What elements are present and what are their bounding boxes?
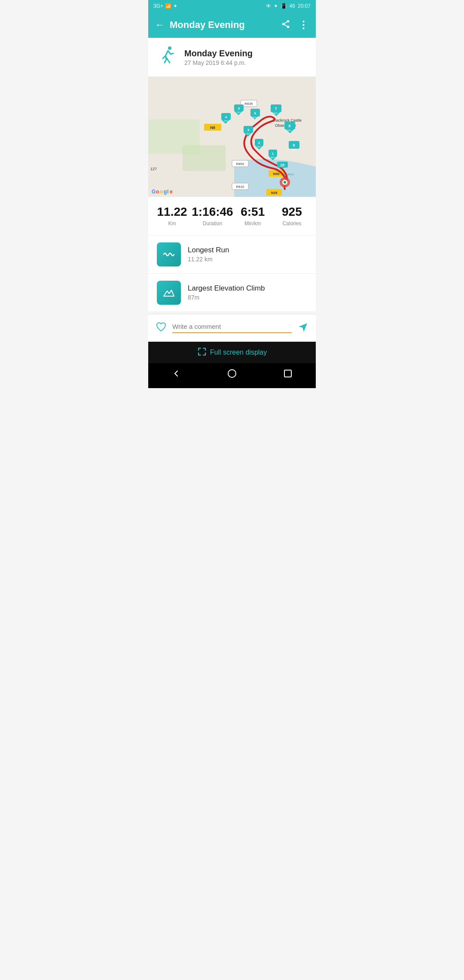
longest-run-text: Longest Run 11.22 km [188,246,229,263]
svg-text:10: 10 [280,163,284,167]
stats-row: 11.22 Km 1:16:46 Duration 6:51 Min/km 92… [148,197,316,236]
svg-text:N28: N28 [271,191,278,195]
svg-text:3: 3 [247,128,250,132]
home-nav-button[interactable] [227,368,237,381]
elevation-title: Largest Elevation Climb [188,284,265,293]
stat-pace: 6:51 Min/km [233,205,272,227]
svg-text:1: 1 [272,152,274,156]
elevation-text: Largest Elevation Climb 87m [188,284,265,301]
svg-text:km: km [271,156,275,159]
stat-distance-value: 11.22 [153,205,192,219]
activity-type-icon [157,45,177,70]
activity-header: Monday Evening 27 May 2019 6:44 p.m. [148,38,316,77]
svg-text:km: km [253,116,257,119]
app-bar: ← Monday Evening ⋮ [148,12,316,38]
time-display: 20:07 [298,3,311,9]
svg-text:8: 8 [288,124,290,128]
stat-distance: 11.22 Km [153,205,192,227]
svg-text:g: g [164,189,167,195]
share-button[interactable] [281,19,290,31]
recents-nav-button[interactable] [283,368,293,381]
stat-pace-value: 6:51 [233,205,272,219]
svg-text:R610: R610 [236,185,244,189]
signal-bars: 📶 [165,3,171,9]
svg-rect-67 [284,370,291,377]
stat-duration-label: Duration [192,220,233,227]
battery-indicator: 46 [290,3,295,9]
app-bar-actions: ⋮ [281,19,309,31]
svg-text:5: 5 [238,107,240,110]
back-button[interactable]: ← [155,19,165,31]
svg-text:N8: N8 [210,126,215,130]
svg-point-2 [287,25,290,28]
elevation-badge [157,281,181,305]
stat-distance-label: Km [153,220,192,227]
map-container[interactable]: Lough Mahon Lough Mahon N8 R635 R852 N40… [148,77,316,197]
svg-text:km: km [292,148,296,151]
svg-text:2: 2 [258,141,260,145]
svg-point-1 [282,23,285,25]
svg-line-4 [284,21,287,23]
svg-text:e: e [170,189,173,195]
status-bar: 3G+ 📶 ✦ 👁 ✦ 📳 46 20:07 [148,0,316,12]
achievement-elevation: Largest Elevation Climb 87m [148,274,316,312]
fullscreen-label: Full screen display [210,349,267,356]
more-options-button[interactable]: ⋮ [298,19,309,31]
heart-icon[interactable] [155,321,167,336]
stat-pace-label: Min/km [233,220,272,227]
stat-duration: 1:16:46 Duration [192,205,233,227]
comment-input-wrap[interactable] [172,323,292,333]
send-button[interactable] [297,321,309,336]
svg-rect-11 [183,145,226,171]
longest-run-title: Longest Run [188,246,229,254]
svg-line-3 [284,24,287,26]
svg-text:R852: R852 [236,162,244,166]
svg-text:G: G [152,189,156,195]
stat-duration-value: 1:16:46 [192,205,233,219]
svg-text:o: o [156,189,159,195]
fullscreen-banner[interactable]: Full screen display [148,342,316,363]
status-right: 👁 ✦ 📳 46 20:07 [266,3,311,9]
svg-point-0 [287,20,290,22]
nav-bar [148,363,316,388]
app-bar-title: Monday Evening [170,19,281,31]
svg-text:km: km [237,111,241,113]
stat-calories-label: Calories [272,220,311,227]
bluetooth-icon: ✦ [274,3,278,9]
fullscreen-icon [197,347,207,358]
svg-text:6: 6 [254,111,256,115]
svg-text:7: 7 [275,107,277,111]
comment-input[interactable] [172,323,292,330]
svg-text:R635: R635 [244,102,253,106]
network-indicator: 3G+ [153,3,163,9]
longest-run-value: 11.22 km [188,256,229,263]
stat-calories-value: 925 [272,205,311,219]
svg-point-36 [284,181,286,184]
svg-text:9: 9 [293,143,295,147]
hotspot-icon: ✦ [173,3,177,9]
svg-text:l: l [167,189,168,195]
svg-text:o: o [160,189,163,195]
svg-point-66 [228,370,236,377]
eye-icon: 👁 [266,3,271,9]
back-nav-button[interactable] [171,368,181,381]
svg-text:km: km [247,132,250,135]
longest-run-badge [157,242,181,266]
svg-text:km: km [257,145,261,148]
achievement-longest-run: Longest Run 11.22 km [148,236,316,274]
activity-date: 27 May 2019 6:44 p.m. [184,59,253,66]
svg-text:127: 127 [150,167,157,171]
elevation-value: 87m [188,294,265,301]
svg-text:km: km [288,129,291,132]
svg-text:km: km [224,119,228,122]
svg-text:km: km [274,112,278,114]
activity-info: Monday Evening 27 May 2019 6:44 p.m. [184,49,253,66]
status-left: 3G+ 📶 ✦ [153,3,177,9]
vibrate-icon: 📳 [281,3,287,9]
comment-section [148,314,316,342]
stat-calories: 925 Calories [272,205,311,227]
svg-text:N40: N40 [273,172,280,176]
svg-text:4: 4 [225,115,227,119]
svg-point-5 [168,46,171,50]
activity-title: Monday Evening [184,49,253,58]
